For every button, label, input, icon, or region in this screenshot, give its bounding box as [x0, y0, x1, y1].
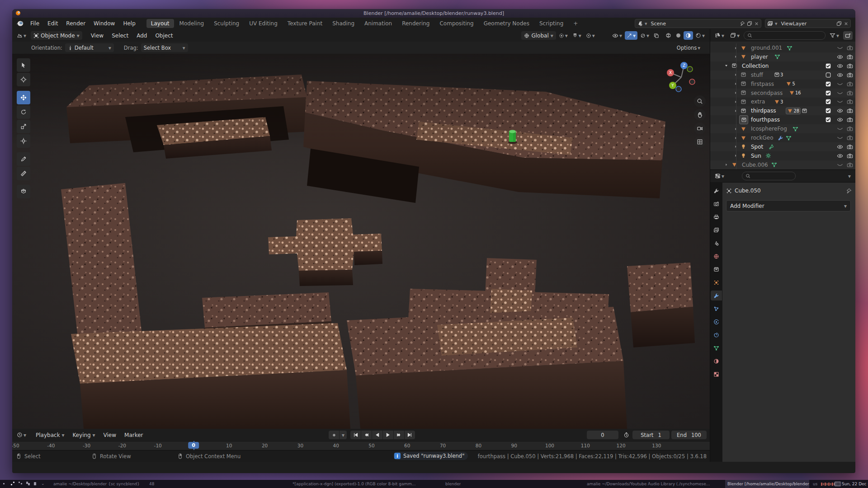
workspace-tab-shading[interactable]: Shading [328, 19, 359, 28]
tool-tab[interactable] [711, 186, 722, 196]
outliner-item-label[interactable]: player [751, 54, 768, 60]
proportional-editing-dropdown[interactable]: ▾ [584, 31, 597, 40]
viewport-menu-view[interactable]: View [87, 31, 108, 41]
outliner-row-extra[interactable]: extra3 [710, 97, 855, 106]
mode-dropdown[interactable]: Object Mode▾ [31, 31, 82, 40]
outliner-row-spot[interactable]: Spot [710, 142, 855, 151]
snap-dropdown[interactable]: ▾ [571, 31, 583, 40]
ortho-grid-icon[interactable] [694, 136, 706, 148]
overlays-dropdown[interactable]: ▾ [638, 31, 651, 40]
collection-icon[interactable] [730, 62, 738, 70]
outliner-row-stuff[interactable]: stuff3 [710, 70, 855, 80]
drag-dropdown[interactable]: Select Box ▾ [141, 43, 188, 52]
outliner-item-label[interactable]: Collection [742, 63, 769, 69]
editor-type-dropdown[interactable]: ▾ [15, 431, 28, 439]
menu-edit[interactable]: Edit [43, 19, 62, 28]
texture-tab[interactable] [711, 369, 722, 379]
scene-selector[interactable]: ▾ Scene [635, 19, 761, 28]
viewlayer-selector[interactable]: ▾ ViewLayer [765, 19, 851, 28]
checkbox-off-icon[interactable] [824, 71, 832, 79]
shading-wireframe-icon[interactable] [664, 31, 673, 40]
checkbox-on-icon[interactable] [824, 107, 832, 115]
collection-icon[interactable] [739, 115, 748, 124]
eye-icon[interactable] [836, 71, 844, 79]
taskbar-item[interactable]: *[application-x-dgn] (exported)-1.0 (RGB… [292, 480, 416, 488]
menu-file[interactable]: File [26, 19, 43, 28]
eye-icon[interactable] [836, 143, 844, 151]
keyboard-layout-indicator[interactable]: us [813, 480, 817, 488]
menu-help[interactable]: Help [119, 19, 139, 28]
light-icon[interactable] [739, 143, 747, 151]
camera-icon[interactable] [846, 152, 854, 160]
end-frame-field[interactable]: End100 [671, 431, 707, 439]
workspace-tab-animation[interactable]: Animation [360, 19, 396, 28]
pin-icon[interactable] [846, 188, 852, 194]
pan-hand-icon[interactable] [694, 109, 706, 121]
previous-keyframe-button[interactable] [361, 431, 372, 439]
mesh-icon[interactable] [739, 44, 747, 52]
shading-solid-icon[interactable] [674, 31, 683, 40]
camera-icon[interactable] [846, 143, 854, 151]
outliner-item-label[interactable]: Sun [751, 153, 761, 159]
light-icon[interactable] [739, 152, 747, 160]
timeline-menu-playback[interactable]: Playback ▾ [32, 430, 68, 440]
camera-icon[interactable] [846, 107, 854, 115]
outliner-item-label[interactable]: secondpass [751, 90, 783, 96]
workspace-tab-texture-paint[interactable]: Texture Paint [283, 19, 327, 28]
checkbox-on-icon[interactable] [824, 89, 832, 97]
gizmo-toggle-button[interactable]: ▾ [625, 31, 637, 40]
outliner-item-label[interactable]: thirdpass [751, 108, 776, 114]
workspace-tab-uv-editing[interactable]: UV Editing [245, 19, 282, 28]
titlebar[interactable]: Blender [/home/amalie/Desktop/blender/ru… [12, 9, 855, 18]
mesh-icon[interactable] [739, 53, 747, 61]
modifier-tab[interactable] [711, 291, 722, 300]
viewport-menu-select[interactable]: Select [108, 31, 132, 41]
camera-disabled-icon[interactable] [846, 98, 854, 106]
expand-arrow-icon[interactable] [731, 134, 740, 142]
visibility-dropdown[interactable]: ▾ [610, 31, 624, 40]
physics-tab[interactable] [711, 317, 722, 327]
collection-icon[interactable] [739, 71, 747, 79]
material-tab[interactable] [711, 356, 722, 366]
outliner-row-fourthpass[interactable]: fourthpass [710, 115, 855, 124]
outliner-row-firstpass[interactable]: firstpass5 [710, 80, 855, 89]
scene-tab[interactable] [711, 238, 722, 248]
add-cube-tool[interactable] [17, 185, 30, 198]
outliner-row-secondpass[interactable]: secondpass16 [710, 89, 855, 98]
zoom-icon[interactable] [694, 95, 706, 107]
timeline-menu-keying[interactable]: Keying ▾ [68, 430, 99, 440]
outliner-row-collection[interactable]: Collection [710, 61, 855, 70]
collection-icon[interactable] [739, 107, 747, 115]
output-tab[interactable] [711, 212, 722, 222]
taskbar-active-window[interactable]: Blender [/home/amalie/Desktop/blender/ru… [725, 480, 809, 488]
play-forward-button[interactable] [383, 431, 393, 439]
camera-disabled-icon[interactable] [846, 134, 854, 142]
checkbox-on-icon[interactable] [824, 98, 832, 106]
camera-view-icon[interactable] [694, 122, 706, 134]
mesh-icon[interactable] [730, 161, 738, 169]
data-tab[interactable] [711, 343, 722, 353]
add-workspace-button[interactable]: + [569, 19, 582, 28]
outliner-item-label[interactable]: Spot [751, 144, 763, 150]
workspace-tab-layout[interactable]: Layout [146, 19, 174, 28]
expand-arrow-icon[interactable] [731, 71, 740, 79]
workspace-tab-rendering[interactable]: Rendering [397, 19, 434, 28]
play-reverse-button[interactable] [372, 431, 382, 439]
outliner-row-icospherefog[interactable]: IcosphereFog [710, 124, 855, 133]
outliner-search-input[interactable] [744, 31, 826, 40]
eye-icon[interactable] [836, 107, 844, 115]
workspace-tab-compositing[interactable]: Compositing [435, 19, 478, 28]
expand-arrow-icon[interactable] [731, 44, 740, 52]
taskbar-item[interactable]: amalie ~/Desktop/blender {sc syncblend} [53, 480, 140, 488]
outliner-item-label[interactable]: stuff [751, 72, 763, 78]
scale-tool[interactable] [17, 120, 30, 133]
navigation-gizmo[interactable]: Z X Y [662, 58, 700, 98]
workspace-tab-modeling[interactable]: Modeling [175, 19, 209, 28]
blender-logo-icon[interactable] [16, 20, 24, 27]
jump-to-end-button[interactable] [405, 431, 415, 439]
measure-tool[interactable] [17, 167, 30, 180]
expand-arrow-icon[interactable] [731, 107, 740, 115]
camera-disabled-icon[interactable] [846, 80, 854, 88]
camera-disabled-icon[interactable] [846, 44, 854, 52]
camera-icon[interactable] [846, 62, 854, 70]
